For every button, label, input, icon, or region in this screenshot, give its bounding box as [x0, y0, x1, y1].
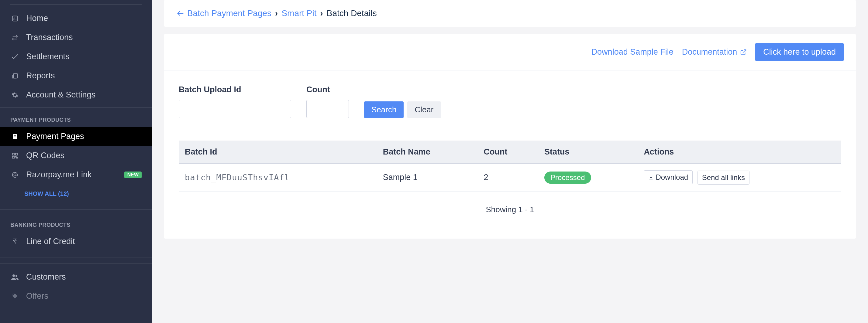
main-content: Batch Payment Pages › Smart Pit › Batch … — [152, 0, 868, 323]
chevron-right-icon: › — [320, 8, 323, 18]
sidebar-group-banking-products: BANKING PRODUCTS Line of Credit — [0, 213, 152, 257]
svg-rect-13 — [16, 156, 17, 157]
svg-point-16 — [12, 275, 15, 277]
chevron-right-icon: › — [275, 8, 278, 18]
sidebar-item-qr-codes[interactable]: QR Codes — [0, 146, 152, 165]
sidebar-item-label: Home — [26, 14, 48, 23]
cell-batch-name: Sample 1 — [377, 164, 478, 191]
breadcrumb: Batch Payment Pages › Smart Pit › Batch … — [164, 0, 856, 27]
sidebar-item-payment-pages[interactable]: Payment Pages — [0, 127, 152, 146]
documentation-label: Documentation — [682, 47, 737, 57]
svg-point-15 — [14, 174, 16, 176]
download-button[interactable]: Download — [644, 170, 693, 184]
sidebar-item-settlements[interactable]: Settlements — [0, 47, 152, 66]
table-row: batch_MFDuuSThsvIAfl Sample 1 2 Processe… — [179, 164, 841, 191]
svg-point-17 — [16, 275, 17, 277]
sidebar-item-account-settings[interactable]: Account & Settings — [0, 85, 152, 104]
count-input[interactable] — [306, 100, 349, 118]
filter-count: Count — [306, 85, 349, 118]
col-batch-name: Batch Name — [377, 141, 478, 164]
gear-icon — [10, 91, 20, 100]
sidebar-item-label: Transactions — [26, 33, 73, 42]
sidebar-item-razorpay-link[interactable]: Razorpay.me Link NEW — [0, 165, 152, 184]
sidebar-item-label: Reports — [26, 71, 55, 80]
content-panel: Download Sample File Documentation Click… — [164, 34, 856, 239]
back-arrow-icon[interactable] — [176, 9, 185, 17]
sidebar-item-label: Payment Pages — [26, 132, 84, 141]
sidebar-item-transactions[interactable]: Transactions — [0, 28, 152, 47]
sidebar-item-offers[interactable]: Offers — [0, 287, 152, 306]
new-badge: NEW — [124, 172, 142, 178]
sidebar-item-label: Razorpay.me Link — [26, 170, 92, 179]
svg-rect-6 — [13, 73, 17, 78]
filter-label: Batch Upload Id — [179, 85, 291, 95]
cell-status: Processed — [538, 164, 638, 191]
batch-upload-id-input[interactable] — [179, 100, 291, 118]
clear-button[interactable]: Clear — [407, 101, 441, 118]
toolbar: Download Sample File Documentation Click… — [164, 34, 856, 70]
sidebar-item-line-of-credit[interactable]: Line of Credit — [0, 232, 152, 251]
col-actions: Actions — [638, 141, 841, 164]
download-sample-link[interactable]: Download Sample File — [591, 47, 674, 57]
breadcrumb-link-smart-pit[interactable]: Smart Pit — [281, 8, 316, 18]
svg-rect-12 — [12, 156, 14, 158]
sidebar-group-header: BANKING PRODUCTS — [0, 222, 152, 232]
svg-rect-14 — [17, 157, 18, 158]
sidebar-item-reports[interactable]: Reports — [0, 66, 152, 85]
cell-batch-id: batch_MFDuuSThsvIAfl — [179, 164, 377, 191]
sidebar-group-payment-products: PAYMENT PRODUCTS Payment Pages QR Codes … — [0, 107, 152, 210]
send-all-links-button[interactable]: Send all links — [698, 171, 749, 185]
filter-batch-upload-id: Batch Upload Id — [179, 85, 291, 118]
sidebar-item-label: Customers — [26, 272, 66, 282]
sidebar-item-home[interactable]: Home — [0, 9, 152, 28]
filter-label: Count — [306, 85, 349, 95]
at-icon — [10, 170, 20, 179]
external-link-icon — [740, 49, 747, 56]
svg-rect-11 — [16, 153, 17, 155]
sidebar: Home Transactions Settlements Reports Ac… — [0, 0, 152, 323]
check-line-icon — [10, 52, 20, 61]
pagination: Showing 1 - 1 — [164, 191, 856, 239]
upload-button[interactable]: Click here to upload — [755, 43, 844, 61]
documentation-link[interactable]: Documentation — [682, 47, 747, 57]
qr-icon — [10, 151, 20, 160]
sidebar-item-label: Offers — [26, 291, 48, 301]
tag-icon — [10, 292, 20, 301]
sidebar-item-label: Settlements — [26, 52, 70, 61]
cell-count: 2 — [477, 164, 538, 191]
swap-icon — [10, 33, 20, 42]
rupee-icon — [10, 237, 20, 246]
svg-rect-10 — [12, 153, 14, 155]
cell-actions: Download Send all links — [638, 164, 841, 191]
filters: Batch Upload Id Count Search Clear — [164, 70, 856, 141]
bar-chart-icon — [10, 14, 20, 23]
show-all-link[interactable]: SHOW ALL (12) — [0, 184, 152, 204]
sidebar-item-label: Account & Settings — [26, 90, 95, 100]
page-icon — [10, 132, 20, 141]
sidebar-item-label: Line of Credit — [26, 237, 75, 246]
document-stack-icon — [10, 71, 20, 80]
sidebar-group-header: PAYMENT PRODUCTS — [0, 117, 152, 127]
breadcrumb-link-batch-payment-pages[interactable]: Batch Payment Pages — [187, 8, 271, 18]
sidebar-item-label: QR Codes — [26, 151, 64, 160]
col-batch-id: Batch Id — [179, 141, 377, 164]
svg-rect-9 — [14, 137, 16, 137]
table-header-row: Batch Id Batch Name Count Status Actions — [179, 141, 841, 164]
people-icon — [10, 273, 20, 282]
batch-table: Batch Id Batch Name Count Status Actions… — [179, 141, 841, 191]
download-icon — [648, 175, 654, 180]
download-label: Download — [656, 173, 688, 182]
breadcrumb-current: Batch Details — [327, 8, 377, 18]
col-count: Count — [477, 141, 538, 164]
status-badge: Processed — [544, 172, 591, 184]
search-button[interactable]: Search — [364, 101, 404, 118]
col-status: Status — [538, 141, 638, 164]
sidebar-item-customers[interactable]: Customers — [0, 267, 152, 287]
svg-line-19 — [743, 49, 746, 52]
svg-rect-8 — [14, 135, 16, 136]
